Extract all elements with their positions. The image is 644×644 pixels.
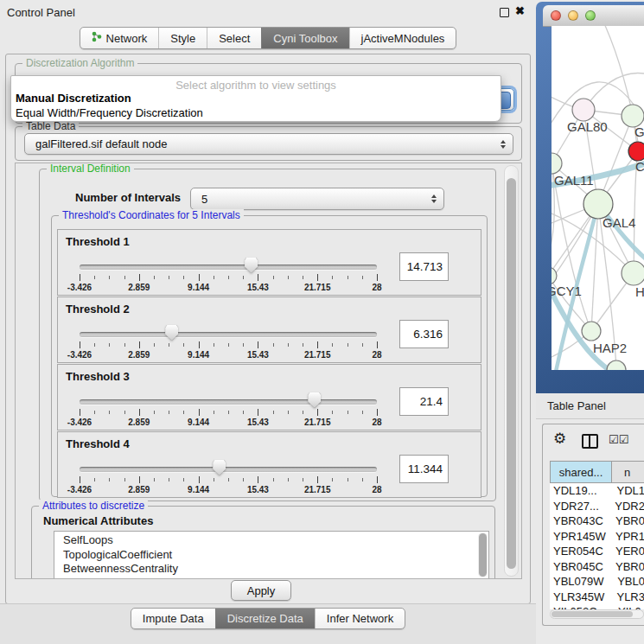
table-cell[interactable]: YBR043C	[550, 514, 609, 527]
network-node[interactable]	[607, 360, 626, 370]
checkbox-checked-icon[interactable]: ☑	[609, 433, 619, 446]
slider-thumb-shape	[213, 460, 226, 475]
list-scrollbar[interactable]	[478, 532, 488, 577]
network-node-gal80[interactable]	[572, 99, 595, 121]
threshold-value-field[interactable]: 14.713	[399, 252, 449, 281]
network-node-hap2[interactable]	[582, 322, 601, 341]
node-label: C	[635, 159, 644, 174]
popup-option-manual-discretization[interactable]: Manual Discretization	[14, 92, 498, 106]
column-header-name[interactable]: n	[612, 461, 644, 483]
threshold-slider[interactable]: -3.4262.8599.14415.4321.71528	[80, 391, 377, 427]
table-cell[interactable]: YPR1	[609, 530, 644, 543]
float-window-icon[interactable]	[500, 8, 509, 17]
tab-style[interactable]: Style	[158, 28, 207, 48]
tick-label: 9.144	[188, 418, 209, 427]
network-canvas[interactable]: GAL80GCGAL11GAL4GCY1HHAP2	[552, 26, 644, 370]
table-row[interactable]: YBR043CYBR0	[550, 513, 644, 529]
threshold-value-field[interactable]: 6.316	[399, 320, 449, 348]
threshold-slider[interactable]: -3.4262.8599.14415.4321.71528	[80, 323, 377, 360]
tab-label: Select	[219, 32, 250, 45]
network-view-window[interactable]: GAL80GCGAL11GAL4GCY1HHAP2	[536, 2, 644, 393]
slider-tick-labels: -3.4262.8599.14415.4321.71528	[80, 283, 377, 292]
network-node-c[interactable]	[628, 142, 644, 161]
tab-discretize-data[interactable]: Discretize Data	[215, 609, 315, 628]
horizontal-scrollbar[interactable]	[550, 609, 644, 619]
attribute-item-topologicalcoefficient[interactable]: TopologicalCoefficient	[54, 548, 488, 563]
attribute-item-betweennesscentrality[interactable]: BetweennessCentrality	[54, 562, 488, 577]
table-row[interactable]: YBL079WYBL0	[550, 574, 644, 590]
attribute-item-selfloops[interactable]: SelfLoops	[54, 533, 488, 548]
slider-track[interactable]	[80, 399, 377, 405]
numerical-attributes-list[interactable]: SelfLoopsTopologicalCoefficientBetweenne…	[54, 531, 489, 579]
number-of-intervals-combobox[interactable]: 5	[190, 188, 444, 210]
table-cell[interactable]: YDR2	[609, 500, 644, 513]
network-node-h[interactable]	[622, 261, 644, 285]
threshold-value-field[interactable]: 11.344	[399, 455, 449, 483]
column-header-shared-name[interactable]: shared...	[550, 461, 612, 483]
table-data-combobox[interactable]: galFiltered.sif default node	[24, 133, 513, 155]
scrollbar-thumb[interactable]	[507, 178, 516, 569]
slider-thumb-shape	[245, 258, 258, 273]
checkbox-checked-icon[interactable]: ☑	[619, 433, 629, 446]
table-cell[interactable]: YLR345W	[550, 590, 610, 603]
tab-jactivemnodules[interactable]: jActiveMNodules	[349, 28, 456, 48]
table-cell[interactable]: YER0	[609, 545, 644, 558]
scrollbar-thumb[interactable]	[552, 611, 633, 617]
table-cell[interactable]: YPR145W	[550, 530, 609, 543]
table-cell[interactable]: YDR27...	[550, 500, 609, 513]
tick-label: 21.715	[304, 418, 331, 427]
split-columns-icon[interactable]	[582, 434, 598, 449]
table-row[interactable]: YDR27...YDR2	[550, 499, 644, 514]
checkbox-icons[interactable]: ☑☑	[609, 433, 628, 446]
table-row[interactable]: YLR345WYLR3	[550, 590, 644, 605]
table-cell[interactable]: YDL19...	[550, 484, 610, 497]
gear-icon[interactable]: ⚙	[553, 430, 566, 448]
group-title: Discretization Algorithm	[22, 57, 137, 69]
threshold-slider[interactable]: -3.4262.8599.14415.4321.71528	[80, 256, 377, 292]
table-row[interactable]: YER054CYER0	[550, 544, 644, 559]
apply-button[interactable]: Apply	[231, 580, 291, 601]
table-row[interactable]: YPR145WYPR1	[550, 529, 644, 545]
close-traffic-light-icon[interactable]	[551, 10, 561, 21]
tick-label: 2.859	[128, 350, 150, 360]
group-title: Threshold's Coordinates for 5 Intervals	[59, 209, 244, 221]
slider-thumb[interactable]	[308, 392, 321, 408]
table-cell[interactable]: YBL079W	[550, 575, 611, 588]
table-row[interactable]: YDL19...YDL1	[550, 483, 644, 499]
slider-track[interactable]	[80, 332, 377, 337]
network-node-gal4[interactable]	[583, 189, 613, 219]
close-icon[interactable]: ✖	[515, 4, 525, 17]
table-cell[interactable]: YBL0	[611, 575, 644, 588]
table-row[interactable]: YBR045CYBR0	[550, 559, 644, 575]
threshold-value-field[interactable]: 21.4	[399, 387, 449, 416]
tab-impute-data[interactable]: Impute Data	[131, 609, 215, 628]
threshold-slider[interactable]: -3.4262.8599.14415.4321.71528	[80, 458, 377, 494]
tick-label: 9.144	[188, 485, 209, 494]
minimize-traffic-light-icon[interactable]	[568, 10, 578, 21]
zoom-traffic-light-icon[interactable]	[585, 10, 596, 21]
table-cell[interactable]: YBR0	[609, 514, 644, 527]
tab-infer-network[interactable]: Infer Network	[315, 609, 405, 628]
network-node-gcy1[interactable]	[552, 267, 557, 284]
table-cell[interactable]: YLR3	[610, 590, 644, 603]
slider-thumb[interactable]	[213, 460, 226, 475]
group-title: Table Data	[22, 120, 79, 132]
popup-option-equal-width-frequency-discretization[interactable]: Equal Width/Frequency Discretization	[14, 106, 498, 121]
slider-track[interactable]	[80, 265, 377, 270]
vertical-scrollbar[interactable]	[504, 165, 519, 577]
table-cell[interactable]: YER054C	[550, 545, 609, 558]
table-cell[interactable]: YBR045C	[550, 560, 609, 573]
slider-thumb[interactable]	[245, 258, 258, 273]
control-panel-titlebar: Control Panel ✖	[0, 0, 536, 24]
tab-network[interactable]: Network	[80, 28, 159, 48]
network-window-titlebar[interactable]	[543, 5, 644, 27]
threshold-panel-4: Threshold 4-3.4262.8599.14415.4321.71528…	[57, 431, 481, 498]
table-cell[interactable]: YDL1	[610, 484, 644, 497]
tick-label: 15.43	[247, 283, 269, 292]
slider-thumb[interactable]	[165, 325, 178, 341]
tick-label: 28	[372, 485, 381, 494]
slider-track[interactable]	[80, 467, 377, 472]
tab-cyni-toolbox[interactable]: Cyni Toolbox	[261, 28, 348, 48]
tab-select[interactable]: Select	[207, 28, 261, 48]
table-cell[interactable]: YBR0	[609, 560, 644, 573]
